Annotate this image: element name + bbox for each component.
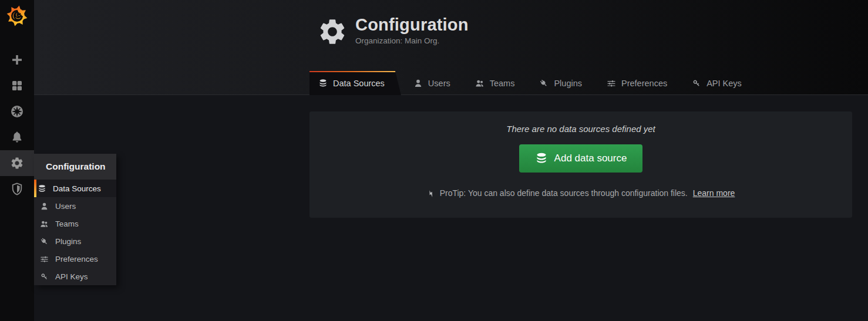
sidebar-item-explore[interactable] <box>0 99 34 124</box>
tab-bar: Data Sources Users Teams Plugins Prefere… <box>309 71 754 95</box>
tab-plugins[interactable]: Plugins <box>527 71 594 95</box>
tab-label: Preferences <box>621 79 667 88</box>
tab-data-sources[interactable]: Data Sources <box>309 71 401 95</box>
key-icon <box>692 79 701 88</box>
grafana-configuration-page: Configuration Organization: Main Org. Da… <box>0 0 868 321</box>
sidebar-item-configuration[interactable] <box>0 150 34 176</box>
user-icon <box>40 202 49 211</box>
tab-label: Plugins <box>554 79 582 88</box>
tab-label: Teams <box>490 79 515 88</box>
tab-preferences[interactable]: Preferences <box>594 71 679 95</box>
plus-icon <box>10 53 24 67</box>
sidebar-item-dashboards[interactable] <box>0 73 34 99</box>
sidebar-item-alerting[interactable] <box>0 124 34 150</box>
sidebar-item-create[interactable] <box>0 47 34 73</box>
flyout-title: Configuration <box>34 154 116 180</box>
flyout-item-plugins[interactable]: Plugins <box>34 232 116 250</box>
team-icon <box>475 79 485 88</box>
explore-compass-icon <box>10 104 24 119</box>
add-data-source-label: Add data source <box>554 153 627 164</box>
tab-api-keys[interactable]: API Keys <box>679 71 754 95</box>
grafana-logo[interactable] <box>0 0 34 28</box>
empty-state-message: There are no data sources defined yet <box>309 111 852 134</box>
page-title: Configuration <box>355 15 469 35</box>
flyout-item-users[interactable]: Users <box>34 197 116 215</box>
configuration-flyout-menu: Configuration Data Sources Users Teams P… <box>34 154 116 285</box>
sliders-icon <box>40 255 49 263</box>
add-data-source-button[interactable]: Add data source <box>519 144 643 173</box>
tab-label: Data Sources <box>333 79 385 88</box>
tab-label: API Keys <box>706 79 742 88</box>
flyout-item-label: Teams <box>55 219 79 228</box>
gear-icon <box>317 16 348 47</box>
data-sources-panel: There are no data sources defined yet Ad… <box>309 111 852 218</box>
plug-icon <box>539 79 549 88</box>
sidebar-item-server-admin[interactable] <box>0 176 34 202</box>
sliders-icon <box>607 79 616 88</box>
flyout-item-data-sources[interactable]: Data Sources <box>34 180 116 197</box>
flyout-item-preferences[interactable]: Preferences <box>34 250 116 268</box>
flyout-item-label: Users <box>55 202 76 211</box>
flyout-item-label: Preferences <box>55 255 98 263</box>
alerting-bell-icon <box>10 130 24 144</box>
flyout-item-label: API Keys <box>55 272 88 281</box>
page-title-block: Configuration Organization: Main Org. <box>355 15 469 45</box>
page-header: Configuration Organization: Main Org. <box>34 0 868 47</box>
page-header-canvas: Configuration Organization: Main Org. Da… <box>34 0 868 95</box>
page-subtitle: Organization: Main Org. <box>355 36 469 45</box>
flyout-item-teams[interactable]: Teams <box>34 215 116 232</box>
key-icon <box>40 272 49 281</box>
tab-label: Users <box>428 79 450 88</box>
plug-icon <box>40 237 49 246</box>
shield-icon <box>10 182 24 196</box>
dashboards-icon <box>10 79 24 93</box>
flyout-item-label: Plugins <box>55 237 81 246</box>
tab-teams[interactable]: Teams <box>463 71 527 95</box>
protip-row: ProTip: You can also define data sources… <box>309 188 852 198</box>
flyout-item-label: Data Sources <box>53 184 101 193</box>
sidebar <box>0 0 34 321</box>
protip-text: ProTip: You can also define data sources… <box>440 188 688 198</box>
learn-more-link[interactable]: Learn more <box>693 188 735 198</box>
configuration-gear-icon <box>10 156 24 170</box>
user-icon <box>413 79 423 88</box>
database-icon <box>535 152 548 165</box>
database-icon <box>38 184 46 193</box>
tab-users[interactable]: Users <box>401 71 463 95</box>
team-icon <box>40 219 49 228</box>
flyout-item-api-keys[interactable]: API Keys <box>34 268 116 285</box>
sidebar-nav <box>0 47 34 202</box>
database-icon <box>318 79 328 88</box>
bolt-icon <box>427 189 436 198</box>
